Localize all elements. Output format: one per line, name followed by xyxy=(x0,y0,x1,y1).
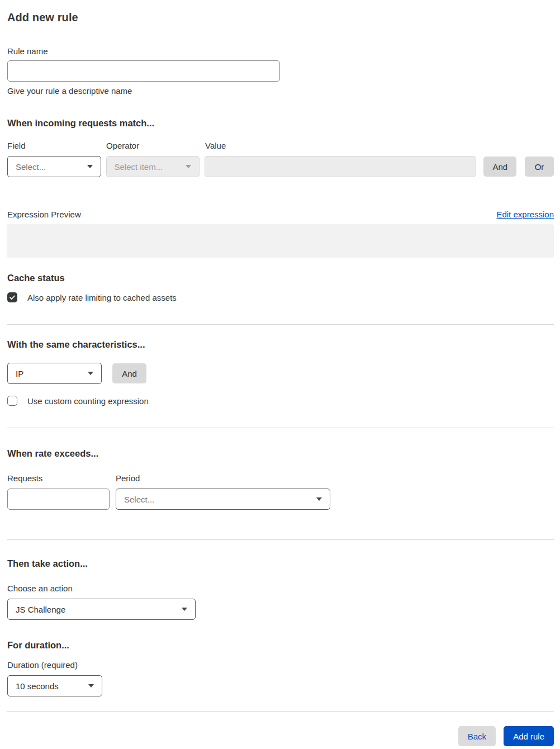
value-label: Value xyxy=(205,141,226,150)
characteristics-select-value: IP xyxy=(16,369,23,378)
footer-actions: Back Add rule xyxy=(7,726,554,746)
rate-labels-row: Requests Period xyxy=(7,473,554,483)
cached-assets-checkbox[interactable] xyxy=(7,292,17,302)
expression-preview-box xyxy=(7,224,554,258)
rule-name-helper: Give your rule a descriptive name xyxy=(7,86,554,96)
back-button[interactable]: Back xyxy=(458,726,496,746)
characteristics-heading: With the same characteristics... xyxy=(7,339,554,350)
expression-preview-row: Expression Preview Edit expression xyxy=(7,210,554,219)
add-rule-button[interactable]: Add rule xyxy=(504,726,554,746)
or-button[interactable]: Or xyxy=(525,157,554,177)
value-input xyxy=(205,156,476,177)
choose-action-label: Choose an action xyxy=(7,584,554,593)
match-labels-row: Field Operator Value xyxy=(7,141,554,150)
expression-preview-label: Expression Preview xyxy=(7,210,81,219)
period-select-value: Select... xyxy=(124,495,154,504)
edit-expression-link[interactable]: Edit expression xyxy=(496,210,554,219)
duration-heading: For duration... xyxy=(7,640,554,651)
period-select[interactable]: Select... xyxy=(116,489,330,510)
chevron-down-icon xyxy=(186,165,191,168)
chevron-down-icon xyxy=(88,684,94,688)
chevron-down-icon xyxy=(182,608,187,611)
rule-name-label: Rule name xyxy=(7,46,554,56)
field-select-value: Select... xyxy=(16,162,46,172)
operator-select-value: Select item... xyxy=(115,162,163,172)
characteristics-and-button[interactable]: And xyxy=(112,363,146,383)
requests-input[interactable] xyxy=(7,489,110,510)
counting-expression-checkbox[interactable] xyxy=(7,396,17,406)
rule-name-input[interactable] xyxy=(7,60,280,82)
characteristics-select[interactable]: IP xyxy=(7,363,102,384)
match-section-heading: When incoming requests match... xyxy=(7,118,554,129)
action-select-value: JS Challenge xyxy=(16,605,65,614)
requests-label: Requests xyxy=(7,473,116,483)
duration-label: Duration (required) xyxy=(7,660,554,670)
chevron-down-icon xyxy=(87,165,93,168)
add-rule-form: Add new rule Rule name Give your rule a … xyxy=(0,0,560,749)
duration-select-value: 10 seconds xyxy=(16,681,59,691)
footer-divider xyxy=(7,711,554,712)
action-heading: Then take action... xyxy=(7,558,554,569)
rate-controls-row: Select... xyxy=(7,489,554,510)
duration-select[interactable]: 10 seconds xyxy=(7,675,102,696)
counting-expression-checkbox-row: Use custom counting expression xyxy=(7,396,554,406)
characteristics-row: IP And xyxy=(7,363,554,384)
rate-heading: When rate exceeds... xyxy=(7,448,554,459)
operator-select: Select item... xyxy=(106,156,200,177)
field-select[interactable]: Select... xyxy=(7,156,101,177)
cache-status-heading: Cache status xyxy=(7,273,554,283)
field-label: Field xyxy=(7,141,106,150)
check-icon xyxy=(9,294,16,301)
chevron-down-icon xyxy=(316,497,322,501)
section-divider xyxy=(7,539,554,540)
counting-expression-checkbox-label: Use custom counting expression xyxy=(27,396,149,406)
period-label: Period xyxy=(116,473,140,483)
match-controls-row: Select... Select item... And Or xyxy=(7,156,554,177)
and-button[interactable]: And xyxy=(483,157,516,177)
page-title: Add new rule xyxy=(7,11,554,24)
operator-label: Operator xyxy=(106,141,205,150)
chevron-down-icon xyxy=(88,372,93,375)
section-divider xyxy=(7,324,554,325)
section-divider xyxy=(7,428,554,428)
cache-status-checkbox-row: Also apply rate limiting to cached asset… xyxy=(7,292,554,302)
cached-assets-checkbox-label: Also apply rate limiting to cached asset… xyxy=(27,293,177,302)
action-select[interactable]: JS Challenge xyxy=(7,599,196,620)
